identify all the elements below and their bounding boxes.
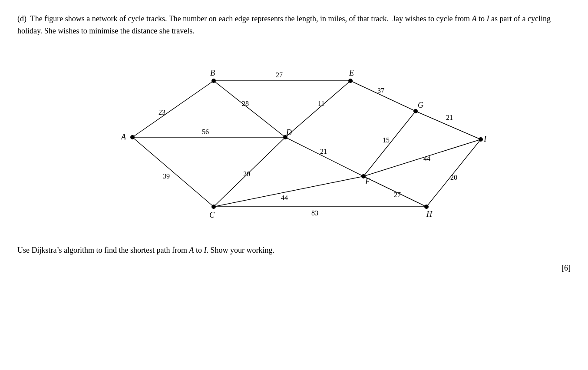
svg-line-6 <box>350 81 416 111</box>
weight-AB: 23 <box>159 109 165 116</box>
graph-svg: A B C D E F G H I 23 39 56 27 28 11 37 2 <box>99 46 489 233</box>
weight-CH: 83 <box>311 209 318 217</box>
weight-HI: 20 <box>450 174 457 181</box>
label-A: A <box>121 132 126 141</box>
node-C <box>211 205 216 209</box>
label-H: H <box>426 210 433 218</box>
label-C: C <box>209 211 215 219</box>
weight-BE: 27 <box>276 71 283 79</box>
node-B <box>211 79 216 83</box>
label-D: D <box>286 128 292 137</box>
node-H <box>424 205 429 209</box>
weight-DF: 21 <box>320 148 327 155</box>
weight-AD: 56 <box>202 128 209 135</box>
svg-line-4 <box>214 81 285 137</box>
weight-FG: 15 <box>383 136 390 144</box>
node-I <box>479 137 483 142</box>
weight-ED: 11 <box>318 100 324 107</box>
question-text: (d) The figure shows a network of cycle … <box>17 13 571 37</box>
marks: [6] <box>17 264 571 273</box>
weight-BD: 28 <box>242 100 249 107</box>
svg-line-1 <box>132 137 214 207</box>
svg-line-15 <box>363 139 481 176</box>
question-container: (d) The figure shows a network of cycle … <box>17 13 571 273</box>
weight-AC: 39 <box>163 172 170 180</box>
svg-line-0 <box>132 81 214 137</box>
svg-line-9 <box>214 176 363 207</box>
label-B: B <box>210 69 215 77</box>
weight-DC: 20 <box>243 170 250 178</box>
label-G: G <box>418 101 423 109</box>
label-I: I <box>483 135 487 143</box>
label-F: F <box>365 177 370 186</box>
weight-FH: 27 <box>394 191 401 198</box>
svg-line-7 <box>285 137 363 176</box>
weight-CF: 44 <box>281 194 288 202</box>
graph-container: A B C D E F G H I 23 39 56 27 28 11 37 2 <box>99 46 489 233</box>
node-E <box>348 79 353 83</box>
weight-FI: 44 <box>423 155 430 162</box>
label-E: E <box>349 69 354 77</box>
node-A <box>130 135 135 139</box>
svg-line-5 <box>285 81 350 137</box>
node-G <box>413 109 418 113</box>
svg-line-11 <box>363 111 416 176</box>
weight-GI: 21 <box>446 114 453 121</box>
svg-line-14 <box>426 139 481 207</box>
part-label: (d) <box>17 14 30 23</box>
weight-EG: 37 <box>377 87 384 94</box>
instruction-text: Use Dijkstra’s algorithm to find the sho… <box>17 246 571 255</box>
